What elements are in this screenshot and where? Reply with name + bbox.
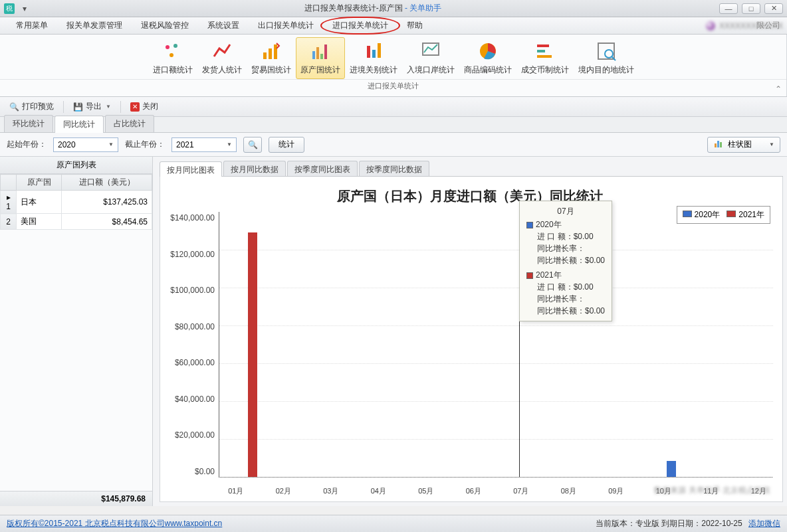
end-year-select[interactable]: 2021 ▼ [171, 137, 237, 152]
start-year-label: 起始年份： [7, 139, 47, 150]
ribbon-label-8: 境内目的地统计 [578, 64, 634, 76]
menu-item-0[interactable]: 常用菜单 [7, 17, 57, 34]
table-row[interactable]: 2美国$8,454.65 [1, 214, 152, 230]
maximize-button[interactable]: □ [742, 3, 760, 14]
search-button[interactable]: 🔍 [243, 137, 262, 153]
stat-tab-1[interactable]: 同比统计 [55, 116, 104, 133]
stat-button[interactable]: 统计 [269, 137, 304, 153]
subtab-3[interactable]: 按季度同比数据 [359, 161, 429, 176]
menu-item-5[interactable]: 进口报关单统计 [323, 17, 397, 34]
ribbon-collapse-icon[interactable]: ⌃ [775, 84, 782, 94]
close-window-button[interactable]: ✕ [764, 3, 783, 14]
country-col-2[interactable]: 进口额（美元） [62, 175, 152, 191]
ribbon-icon-5 [420, 41, 441, 62]
country-col-1[interactable]: 原产国 [17, 175, 62, 191]
tooltip-s1-name: 2020年 [536, 220, 562, 229]
close-tab-button[interactable]: ✕ 关闭 [126, 100, 162, 114]
copyright-link[interactable]: 版权所有©2015-2021 北京税点科技有限公司www.taxpoint.cn [7, 518, 222, 529]
ytick: $140,000.00 [170, 213, 215, 222]
start-year-select[interactable]: 2020 ▼ [53, 137, 118, 152]
chart-legend: 2020年 2021年 [677, 206, 770, 224]
menu-item-1[interactable]: 报关单发票管理 [57, 17, 132, 34]
export-button[interactable]: 💾 导出 ▼ [69, 100, 115, 114]
country-total: $145,879.68 [0, 491, 152, 506]
add-wechat-link[interactable]: 添加微信 [748, 519, 780, 528]
stat-tab-2[interactable]: 占比统计 [105, 115, 154, 132]
ribbon-btn-7[interactable]: 成交币制统计 [516, 37, 574, 79]
country-list-panel: 原产国列表 原产国进口额（美元） ▸ 1日本$137,425.032美国$8,4… [0, 157, 153, 506]
title-main: 进口报关单报表统计-原产国 [304, 3, 403, 13]
table-row[interactable]: ▸ 1日本$137,425.03 [1, 191, 152, 214]
inner-toolbar: 🔍 打印预览 💾 导出 ▼ ✕ 关闭 [0, 97, 787, 117]
bar-chart-icon [713, 138, 724, 151]
bar-2021年-01月[interactable] [248, 232, 257, 477]
svg-rect-4 [269, 48, 272, 59]
menu-item-2[interactable]: 退税风险管控 [132, 17, 198, 34]
chart-type-select[interactable]: 柱状图 ▼ [707, 137, 780, 153]
svg-rect-8 [320, 54, 323, 59]
svg-rect-10 [367, 46, 370, 58]
tooltip-swatch-2020 [526, 222, 533, 228]
chart-type-label: 柱状图 [728, 139, 752, 150]
menu-item-4[interactable]: 出口报关单统计 [249, 17, 323, 34]
svg-rect-12 [378, 43, 381, 58]
svg-point-0 [166, 45, 169, 49]
chevron-down-icon: ▼ [227, 141, 232, 147]
minimize-button[interactable]: — [719, 3, 738, 14]
row-country: 日本 [17, 191, 62, 214]
tooltip-s2-l1: 进 口 额：$0.00 [526, 281, 605, 293]
close-icon: ✕ [130, 102, 140, 112]
chevron-down-icon: ▼ [106, 104, 111, 110]
stat-tab-0[interactable]: 环比统计 [4, 115, 53, 132]
ribbon-icon-2 [261, 41, 282, 62]
ribbon-icon-1 [211, 41, 233, 62]
chart-footer-blurred: 数据来源 关单助手 北京税点科技 [654, 485, 770, 496]
svg-point-1 [173, 44, 177, 48]
xtick: 08月 [545, 486, 593, 496]
svg-rect-6 [312, 51, 315, 59]
ribbon-btn-5[interactable]: 入境口岸统计 [402, 37, 459, 79]
svg-rect-3 [263, 52, 267, 59]
svg-rect-22 [717, 141, 719, 147]
plot-area[interactable] [219, 212, 773, 478]
row-amount: $8,454.65 [62, 214, 152, 230]
ribbon-label-7: 成交币制统计 [521, 64, 569, 76]
ribbon-icon-8 [596, 41, 617, 62]
subtab-0[interactable]: 按月同比图表 [160, 161, 222, 177]
legend-label-2020: 2020年 [695, 210, 721, 219]
status-right: 当前版本：专业版 到期日期：2022-10-25 添加微信 [596, 518, 780, 529]
ribbon-btn-2[interactable]: 贸易国统计 [247, 37, 296, 79]
ribbon-label-0: 进口额统计 [153, 64, 193, 76]
tooltip-s1-l1: 进 口 额：$0.00 [526, 230, 605, 242]
menu-item-6[interactable]: 帮助 [397, 17, 432, 34]
menu-item-3[interactable]: 系统设置 [198, 17, 249, 34]
ribbon-btn-0[interactable]: 进口额统计 [148, 37, 197, 79]
ribbon-label-2: 贸易国统计 [251, 64, 291, 76]
ytick: $60,000.00 [175, 358, 215, 367]
ytick: $20,000.00 [175, 430, 215, 440]
subtab-2[interactable]: 按季度同比图表 [287, 161, 358, 176]
ribbon-icon-4 [363, 41, 384, 62]
status-bar: 版权所有©2015-2021 北京税点科技有限公司www.taxpoint.cn… [0, 515, 787, 532]
svg-rect-17 [537, 55, 552, 58]
svg-point-2 [169, 53, 173, 57]
ribbon-btn-1[interactable]: 发货人统计 [197, 37, 247, 79]
ribbon-btn-6[interactable]: 商品编码统计 [459, 37, 516, 79]
subtab-1[interactable]: 按月同比数据 [223, 161, 286, 176]
globe-icon [706, 21, 715, 31]
ribbon-label-1: 发货人统计 [202, 64, 242, 76]
ribbon-btn-8[interactable]: 境内目的地统计 [574, 37, 639, 79]
country-col-0[interactable] [1, 175, 17, 191]
row-num: ▸ 1 [1, 191, 17, 214]
magnifier-icon: 🔍 [9, 102, 19, 112]
ribbon-icon-7 [534, 41, 556, 62]
bar-2020年-12月[interactable] [667, 461, 676, 477]
chart-subtabs: 按月同比图表按月同比数据按季度同比图表按季度同比数据 [160, 161, 783, 177]
xtick: 02月 [260, 486, 308, 496]
print-preview-button[interactable]: 🔍 打印预览 [5, 100, 58, 114]
ribbon-btn-3[interactable]: 原产国统计 [296, 37, 345, 79]
ribbon: 进口额统计发货人统计贸易国统计原产国统计进境关别统计入境口岸统计商品编码统计成交… [0, 35, 787, 97]
country-table: 原产国进口额（美元） ▸ 1日本$137,425.032美国$8,454.65 [0, 174, 152, 230]
svg-rect-15 [537, 44, 549, 47]
ribbon-btn-4[interactable]: 进境关别统计 [345, 37, 402, 79]
